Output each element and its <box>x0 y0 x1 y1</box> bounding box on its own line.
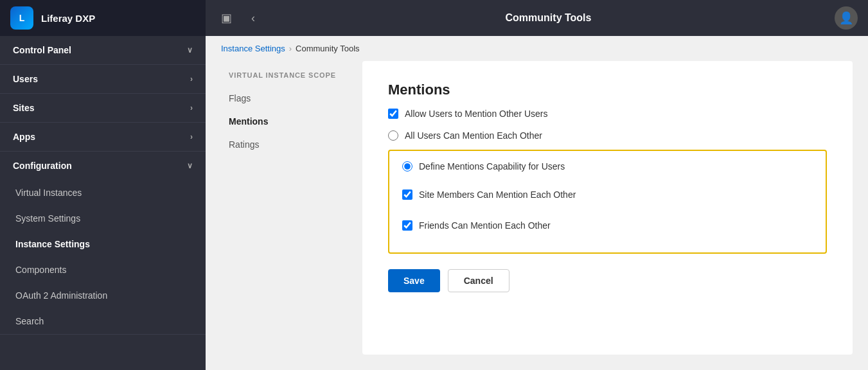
sidebar-section-configuration: Configuration ∨ Virtual Instances System… <box>0 152 206 335</box>
app-logo: L <box>10 6 33 30</box>
left-nav: VIRTUAL INSTANCE SCOPE Flags Mentions Ra… <box>221 61 362 355</box>
sidebar: L Liferay DXP Control Panel ∨ Users › Si… <box>0 0 206 370</box>
chevron-right-icon: › <box>190 132 193 141</box>
topbar: ▣ ‹ Community Tools 👤 <box>206 0 868 36</box>
friends-checkbox[interactable] <box>402 220 412 231</box>
breadcrumb: Instance Settings › Community Tools <box>206 36 868 61</box>
button-row: Save Cancel <box>388 269 827 292</box>
main-content: ▣ ‹ Community Tools 👤 Instance Settings … <box>206 0 868 370</box>
sidebar-users-toggle[interactable]: Users › <box>0 65 206 93</box>
breadcrumb-current: Community Tools <box>296 44 359 53</box>
sidebar-item-label: Instance Settings <box>15 239 90 249</box>
back-button[interactable]: ‹ <box>244 9 262 27</box>
content-area: Instance Settings › Community Tools VIRT… <box>206 36 868 370</box>
avatar-icon: 👤 <box>839 11 853 25</box>
sidebar-item-oauth2[interactable]: OAuth 2 Administration <box>0 283 206 308</box>
sidebar-section-users: Users › <box>0 65 206 94</box>
site-members-checkbox[interactable] <box>402 189 412 200</box>
topbar-title: Community Tools <box>270 12 827 24</box>
sidebar-item-components[interactable]: Components <box>0 257 206 283</box>
allow-users-checkbox[interactable] <box>388 109 398 119</box>
highlighted-box: Define Mentions Capability for Users Sit… <box>388 150 827 254</box>
define-mentions-radio[interactable] <box>402 161 412 172</box>
sidebar-item-label: Components <box>15 265 66 275</box>
chevron-down-icon: ∨ <box>187 161 193 170</box>
breadcrumb-link[interactable]: Instance Settings <box>221 44 285 53</box>
sidebar-header: L Liferay DXP <box>0 0 206 36</box>
sidebar-apps-label: Apps <box>13 132 35 142</box>
sidebar-item-label: System Settings <box>15 213 80 224</box>
sidebar-item-label: Search <box>15 316 44 326</box>
cancel-button[interactable]: Cancel <box>448 269 509 292</box>
back-icon: ‹ <box>251 12 255 25</box>
allow-users-label[interactable]: Allow Users to Mention Other Users <box>405 109 548 119</box>
site-members-row: Site Members Can Mention Each Other <box>402 189 813 200</box>
right-panel: Mentions Allow Users to Mention Other Us… <box>362 61 853 355</box>
all-users-radio[interactable] <box>388 130 398 141</box>
sidebar-section-control-panel: Control Panel ∨ <box>0 36 206 65</box>
inner-layout: VIRTUAL INSTANCE SCOPE Flags Mentions Ra… <box>206 61 868 370</box>
define-mentions-label[interactable]: Define Mentions Capability for Users <box>419 161 565 172</box>
sidebar-configuration-toggle[interactable]: Configuration ∨ <box>0 152 206 180</box>
sidebar-control-panel-label: Control Panel <box>13 45 71 55</box>
friends-row: Friends Can Mention Each Other <box>402 220 813 231</box>
sidebar-item-system-settings[interactable]: System Settings <box>0 206 206 231</box>
all-users-row: All Users Can Mention Each Other <box>388 130 827 141</box>
site-members-label[interactable]: Site Members Can Mention Each Other <box>419 189 576 200</box>
avatar[interactable]: 👤 <box>835 6 858 30</box>
chevron-right-icon: › <box>190 103 193 112</box>
sidebar-control-panel-toggle[interactable]: Control Panel ∨ <box>0 36 206 64</box>
sidebar-section-apps: Apps › <box>0 123 206 152</box>
sidebar-sites-toggle[interactable]: Sites › <box>0 94 206 122</box>
sidebar-toggle-button[interactable]: ▣ <box>216 8 236 28</box>
section-title: Mentions <box>388 82 827 98</box>
chevron-down-icon: ∨ <box>187 46 193 55</box>
left-nav-item-flags[interactable]: Flags <box>221 87 362 110</box>
left-nav-section-label: VIRTUAL INSTANCE SCOPE <box>221 66 362 87</box>
sidebar-apps-toggle[interactable]: Apps › <box>0 123 206 151</box>
sidebar-item-instance-settings[interactable]: Instance Settings <box>0 231 206 257</box>
toggle-icon: ▣ <box>221 11 232 25</box>
app-title: Liferay DXP <box>41 13 95 24</box>
sidebar-users-label: Users <box>13 74 38 84</box>
breadcrumb-separator: › <box>289 44 292 53</box>
sidebar-configuration-label: Configuration <box>13 161 72 171</box>
save-button[interactable]: Save <box>388 269 440 292</box>
chevron-right-icon: › <box>190 75 193 84</box>
friends-label[interactable]: Friends Can Mention Each Other <box>419 220 551 231</box>
sidebar-item-label: Virtual Instances <box>15 188 82 198</box>
define-mentions-row: Define Mentions Capability for Users <box>402 161 813 172</box>
left-nav-item-ratings[interactable]: Ratings <box>221 133 362 156</box>
allow-users-row: Allow Users to Mention Other Users <box>388 109 827 119</box>
sidebar-sites-label: Sites <box>13 103 34 113</box>
sidebar-item-label: OAuth 2 Administration <box>15 290 107 301</box>
sidebar-item-virtual-instances[interactable]: Virtual Instances <box>0 180 206 206</box>
all-users-label[interactable]: All Users Can Mention Each Other <box>405 130 542 141</box>
left-nav-item-mentions[interactable]: Mentions <box>221 110 362 133</box>
sidebar-section-sites: Sites › <box>0 94 206 123</box>
sidebar-item-search[interactable]: Search <box>0 308 206 334</box>
